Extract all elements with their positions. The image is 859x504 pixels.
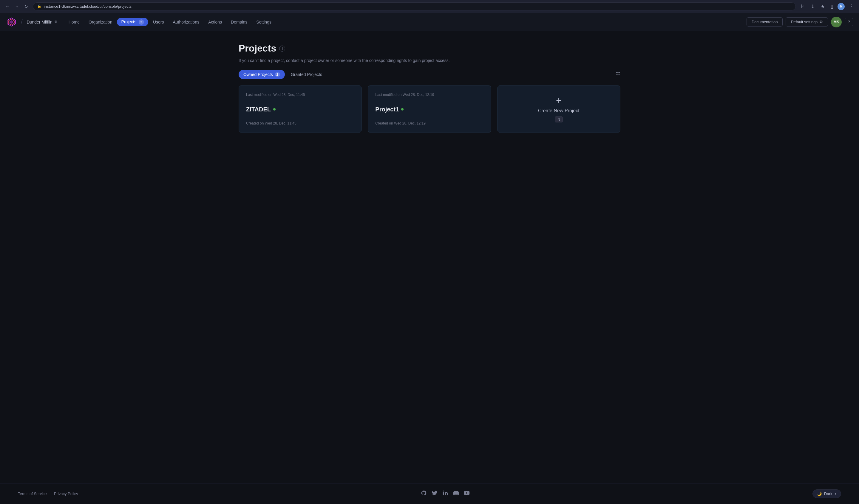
- plus-icon: +: [556, 96, 562, 105]
- top-nav: / Dunder Mifflin ⇅ Home Organization Pro…: [0, 13, 859, 31]
- address-bar[interactable]: 🔒 instance1-dkmnzw.zitadel.cloud/ui/cons…: [33, 2, 796, 11]
- nav-organization[interactable]: Organization: [85, 18, 116, 26]
- logo-separator: /: [21, 18, 22, 25]
- info-icon[interactable]: i: [279, 46, 285, 51]
- main-content: Projects i If you can't find a project, …: [221, 31, 638, 483]
- owned-projects-badge: 2: [275, 73, 280, 77]
- footer-links: Terms of Service Privacy Policy: [18, 491, 78, 496]
- create-new-project-card[interactable]: + Create New Project N: [497, 85, 620, 133]
- linkedin-icon[interactable]: [442, 490, 448, 498]
- project-name-row-2: Project1: [375, 106, 483, 113]
- svg-marker-2: [10, 20, 13, 24]
- browser-actions: ⚐ ⇓ ★ ▯ M ⋮: [799, 2, 856, 11]
- gear-icon: ⚙: [819, 20, 823, 24]
- org-selector[interactable]: Dunder Mifflin ⇅: [27, 20, 57, 25]
- privacy-policy-link[interactable]: Privacy Policy: [54, 491, 78, 496]
- projects-badge: 2: [139, 19, 144, 25]
- nav-settings[interactable]: Settings: [252, 18, 275, 26]
- browser-profile[interactable]: M: [838, 3, 845, 10]
- user-avatar[interactable]: MS: [831, 17, 842, 27]
- org-name: Dunder Mifflin: [27, 20, 52, 25]
- default-settings-button[interactable]: Default settings ⚙: [786, 17, 828, 27]
- tab-owned-projects[interactable]: Owned Projects 2: [239, 70, 285, 79]
- forward-button[interactable]: →: [13, 3, 21, 10]
- nav-domains[interactable]: Domains: [227, 18, 252, 26]
- nav-projects[interactable]: Projects 2: [117, 18, 148, 26]
- chevron-up-down-icon: ⇅: [54, 20, 57, 24]
- menu-icon[interactable]: ⋮: [847, 2, 856, 11]
- lock-icon: 🔒: [37, 4, 42, 8]
- default-settings-label: Default settings: [791, 20, 817, 24]
- theme-label: Dark: [824, 491, 832, 496]
- tab-granted-projects[interactable]: Granted Projects: [286, 70, 327, 79]
- logo-area: / Dunder Mifflin ⇅: [6, 17, 57, 27]
- project-modified-1: Last modified on Wed 28. Dec, 11:45: [246, 93, 355, 97]
- granted-projects-label: Granted Projects: [291, 72, 322, 77]
- project-name-2: Project1: [375, 106, 399, 113]
- reload-button[interactable]: ↻: [22, 3, 30, 10]
- nav-actions[interactable]: Actions: [204, 18, 226, 26]
- url-text: instance1-dkmnzw.zitadel.cloud/ui/consol…: [44, 4, 132, 9]
- moon-icon: 🌙: [817, 491, 822, 496]
- new-project-label: Create New Project: [538, 108, 579, 113]
- documentation-button[interactable]: Documentation: [747, 17, 783, 27]
- discord-icon[interactable]: [453, 490, 459, 498]
- tabs-row: Owned Projects 2 Granted Projects ☷: [239, 70, 620, 79]
- terms-of-service-link[interactable]: Terms of Service: [18, 491, 47, 496]
- chevron-down-icon: ↕: [835, 491, 837, 496]
- theme-toggle-button[interactable]: 🌙 Dark ↕: [813, 489, 841, 498]
- tabs: Owned Projects 2 Granted Projects: [239, 70, 327, 79]
- help-button[interactable]: ?: [845, 18, 853, 26]
- twitter-icon[interactable]: [432, 490, 438, 498]
- nav-right: Documentation Default settings ⚙ MS ?: [747, 17, 853, 27]
- page-title: Projects: [239, 43, 276, 54]
- project-card-zitadel[interactable]: Last modified on Wed 28. Dec, 11:45 ZITA…: [239, 85, 362, 133]
- projects-grid: Last modified on Wed 28. Dec, 11:45 ZITA…: [239, 85, 620, 133]
- github-icon[interactable]: [421, 490, 427, 498]
- nav-home[interactable]: Home: [64, 18, 84, 26]
- page-description: If you can't find a project, contact a p…: [239, 58, 620, 64]
- back-button[interactable]: ←: [3, 3, 11, 10]
- nav-authorizations[interactable]: Authorizations: [168, 18, 204, 26]
- page-title-row: Projects i: [239, 43, 620, 54]
- owned-projects-label: Owned Projects: [243, 72, 273, 77]
- zitadel-logo: [6, 17, 17, 27]
- project-modified-2: Last modified on Wed 28. Dec, 12:19: [375, 93, 483, 97]
- bookmark-icon[interactable]: ★: [819, 2, 827, 11]
- footer-socials: [421, 490, 470, 498]
- download-icon[interactable]: ⇓: [809, 2, 816, 11]
- footer: Terms of Service Privacy Policy 🌙 Dark ↕: [0, 483, 859, 504]
- project-name-1: ZITADEL: [246, 106, 271, 113]
- project-name-row-1: ZITADEL: [246, 106, 355, 113]
- new-project-shortcut: N: [555, 116, 563, 123]
- browser-nav-buttons: ← → ↻: [3, 3, 30, 10]
- project-status-dot-1: [273, 108, 275, 111]
- nav-links: Home Organization Projects 2 Users Autho…: [64, 18, 747, 26]
- browser-chrome: ← → ↻ 🔒 instance1-dkmnzw.zitadel.cloud/u…: [0, 0, 859, 13]
- project-created-1: Created on Wed 28. Dec, 11:45: [246, 121, 355, 125]
- youtube-icon[interactable]: [464, 490, 470, 498]
- grid-toggle-button[interactable]: ☷: [616, 71, 620, 78]
- project-card-project1[interactable]: Last modified on Wed 28. Dec, 12:19 Proj…: [368, 85, 491, 133]
- page-header: Projects i If you can't find a project, …: [239, 43, 620, 64]
- nav-users[interactable]: Users: [149, 18, 168, 26]
- extensions-icon[interactable]: ▯: [829, 2, 835, 11]
- password-icon[interactable]: ⚐: [799, 2, 807, 11]
- project-status-dot-2: [401, 108, 404, 111]
- project-created-2: Created on Wed 28. Dec, 12:19: [375, 121, 483, 125]
